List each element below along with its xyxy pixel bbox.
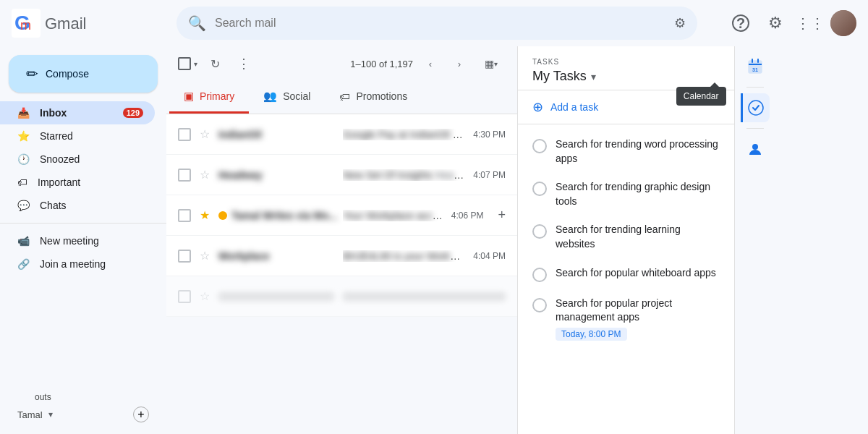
row-checkbox[interactable] <box>178 290 191 303</box>
table-row[interactable]: ☆ Workplace BHJE4L90 is your Workplace a… <box>166 236 517 276</box>
promotions-tab-label: Promotions <box>356 90 407 102</box>
tasks-panel-button[interactable] <box>741 93 770 122</box>
join-meeting-button[interactable]: 🔗 Join a meeting <box>0 252 155 276</box>
tasks-dropdown-icon[interactable]: ▾ <box>591 71 596 82</box>
refresh-button[interactable]: ↻ <box>203 52 226 75</box>
sidebar-item-snoozed[interactable]: 🕐 Snoozed <box>0 148 155 171</box>
task-radio-3[interactable] <box>532 268 547 282</box>
search-input[interactable] <box>215 17 665 30</box>
primary-tab-label: Primary <box>200 90 234 102</box>
email-subject: New Set Of Insights <box>343 169 433 181</box>
list-item[interactable]: Search for trending learning websites <box>518 216 734 258</box>
workspace-dropdown-icon[interactable]: ▾ <box>48 409 53 420</box>
new-meeting-label: New meeting <box>40 235 99 247</box>
snoozed-label: Snoozed <box>40 153 80 165</box>
tasks-title: My Tasks <box>532 69 587 84</box>
calendar-panel-button[interactable]: 31 <box>741 52 770 81</box>
row-checkbox[interactable] <box>178 128 191 141</box>
row-checkbox[interactable] <box>178 209 191 222</box>
tab-primary[interactable]: ▣ Primary <box>169 81 249 114</box>
chat-icon: 💬 <box>17 200 30 211</box>
tasks-section-label: TASKS <box>532 58 720 66</box>
next-page-button[interactable]: › <box>448 52 471 75</box>
tab-promotions[interactable]: 🏷 Promotions <box>325 82 422 114</box>
list-item[interactable]: Search for popular whiteboard apps <box>518 259 734 289</box>
svg-text:m: m <box>20 18 31 33</box>
list-item[interactable]: Search for trending graphic design tools <box>518 173 734 216</box>
inbox-label: Inbox <box>40 107 67 119</box>
prev-page-button[interactable]: ‹ <box>419 52 442 75</box>
table-row[interactable]: ☆ IndianOil Google Pay at IndianOil outl… <box>166 114 517 155</box>
row-checkbox[interactable] <box>178 250 191 263</box>
gmail-logo-icon: G m <box>12 9 41 38</box>
content-area: ▾ ↻ ⋮ 1–100 of 1,197 ‹ › ▦ ▾ ▣ <box>166 46 517 434</box>
contacts-panel-button[interactable] <box>741 135 770 163</box>
join-icon: 🔗 <box>17 258 30 270</box>
divider <box>746 87 764 88</box>
star-toggle[interactable]: ☆ <box>200 127 210 141</box>
filter-icon[interactable]: ⚙ <box>674 15 686 31</box>
help-button[interactable]: ? <box>726 9 755 38</box>
refresh-icon: ↻ <box>210 57 220 71</box>
tasks-icon <box>747 99 765 116</box>
email-content: BHJE4L90 is your Workplace activation co… <box>343 250 464 262</box>
checkbox-dropdown-icon[interactable]: ▾ <box>194 60 197 68</box>
sidebar-item-starred[interactable]: ⭐ Starred <box>0 124 155 148</box>
settings-button[interactable]: ⚙ <box>761 9 790 38</box>
apps-button[interactable]: ⋮⋮ <box>796 9 825 38</box>
add-label-button[interactable]: + <box>133 407 149 422</box>
table-row[interactable]: ☆ <box>166 276 517 317</box>
task-text-0: Search for trending word processing apps <box>556 137 720 166</box>
email-subject: Google Pay at IndianOil outlets and earn… <box>343 129 464 140</box>
email-sender <box>218 292 334 301</box>
new-meeting-button[interactable]: 📹 New meeting <box>0 229 155 252</box>
section-label: outs <box>17 386 166 404</box>
table-row[interactable]: ★ Tamal Writes via Wo... Your Workplace … <box>166 195 517 236</box>
star-toggle[interactable]: ☆ <box>200 249 210 263</box>
topbar: G m Gmail 🔍 ⚙ ? ⚙ ⋮⋮ <box>0 0 868 46</box>
email-sender: Workplace <box>218 250 334 262</box>
star-toggle[interactable]: ☆ <box>200 289 210 303</box>
list-item[interactable]: Search for popular project management ap… <box>518 289 734 348</box>
search-bar[interactable]: 🔍 ⚙ <box>176 7 697 40</box>
task-radio-2[interactable] <box>532 224 547 239</box>
task-text-1: Search for trending graphic design tools <box>556 180 720 208</box>
email-time: 4:04 PM <box>473 251 506 261</box>
snooze-icon: 🕐 <box>17 153 30 165</box>
email-content: New Set Of Insights Headway Read all tod… <box>343 169 464 181</box>
panel-icon-sidebar: 31 Calendar <box>734 46 775 434</box>
add-icon[interactable]: + <box>498 208 506 223</box>
task-radio-1[interactable] <box>532 182 547 196</box>
row-checkbox[interactable] <box>178 169 191 182</box>
search-icon: 🔍 <box>188 14 206 32</box>
tab-social[interactable]: 👥 Social <box>249 81 325 114</box>
sidebar-item-chats[interactable]: 💬 Chats <box>0 194 155 217</box>
list-item[interactable]: Search for trending word processing apps <box>518 130 734 173</box>
sidebar-item-important[interactable]: 🏷 Important <box>0 171 155 194</box>
sidebar-item-inbox[interactable]: 📥 Inbox 129 <box>0 101 155 124</box>
calendar-icon: 31 <box>746 58 764 75</box>
avatar[interactable] <box>830 10 856 36</box>
star-toggle[interactable]: ★ <box>200 208 210 222</box>
svg-point-11 <box>752 144 758 150</box>
chevron-right-icon: › <box>458 59 461 69</box>
task-radio-4[interactable] <box>532 298 547 312</box>
select-all-checkbox[interactable] <box>178 57 191 70</box>
task-text-3: Search for popular whiteboard apps <box>556 266 716 281</box>
compose-button[interactable]: ✏ Compose <box>9 55 158 93</box>
compose-icon: ✏ <box>26 65 38 82</box>
view-options-button[interactable]: ▦ ▾ <box>477 52 506 75</box>
email-subject: Your Workplace account login details <box>343 210 443 221</box>
star-icon: ⭐ <box>17 130 30 142</box>
social-tab-icon: 👥 <box>263 90 277 103</box>
more-options-button[interactable]: ⋮ <box>232 52 255 75</box>
inbox-badge: 129 <box>123 108 143 118</box>
help-icon: ? <box>732 14 749 32</box>
email-list: ☆ IndianOil Google Pay at IndianOil outl… <box>166 114 517 434</box>
table-row[interactable]: ☆ Headway New Set Of Insights Headway Re… <box>166 155 517 195</box>
sender-avatar-dot <box>218 211 227 220</box>
task-radio-0[interactable] <box>532 139 547 153</box>
logo: G m Gmail <box>12 9 171 38</box>
primary-tab-icon: ▣ <box>184 90 194 103</box>
star-toggle[interactable]: ☆ <box>200 168 210 182</box>
